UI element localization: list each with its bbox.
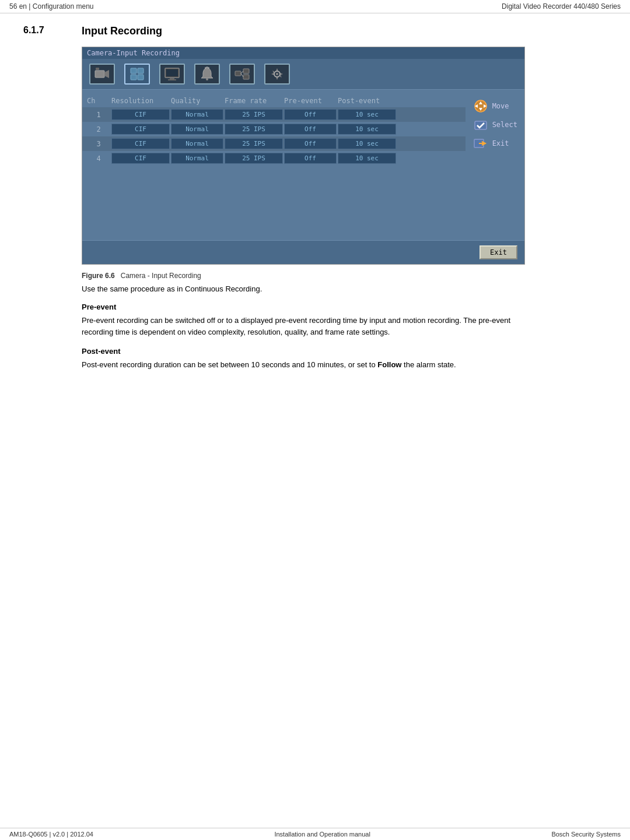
pre-event-heading: Pre-event (82, 303, 607, 311)
cell-quality[interactable]: Normal (171, 138, 223, 149)
header-right: Digital Video Recorder 440/480 Series (502, 2, 621, 10)
exit-side-button[interactable]: Exit (473, 136, 517, 150)
select-icon (473, 118, 489, 132)
svg-rect-10 (168, 79, 176, 80)
camera-input-recording-box: Camera-Input Recording (82, 47, 525, 265)
camera-box-title: Camera-Input Recording (82, 47, 524, 59)
svg-rect-8 (166, 69, 178, 76)
cell-preevent[interactable]: Off (284, 138, 337, 149)
page-header: 56 en | Configuration menu Digital Video… (0, 0, 630, 13)
exit-side-icon (473, 136, 489, 150)
grid-icon-btn[interactable] (124, 64, 150, 85)
col-header-resolution: Resolution (111, 97, 170, 105)
cell-postevent[interactable]: 10 sec (338, 153, 396, 164)
header-left: 56 en | Configuration menu (9, 2, 94, 10)
post-event-bold: Follow (377, 360, 401, 369)
cell-quality[interactable]: Normal (171, 109, 223, 120)
footer-center: Installation and Operation manual (274, 831, 370, 838)
empty-rows (82, 166, 466, 236)
col-header-ch: Ch (87, 97, 110, 105)
monitor-icon-btn[interactable] (159, 64, 185, 85)
cell-framerate[interactable]: 25 IPS (225, 124, 283, 135)
cell-framerate[interactable]: 25 IPS (225, 153, 283, 164)
exit-side-label: Exit (492, 139, 509, 147)
network-icon-btn[interactable] (229, 64, 255, 85)
figure-caption-desc: Camera - Input Recording (121, 272, 201, 280)
side-controls: Move Select (466, 94, 524, 236)
camera-icon-btn[interactable] (89, 64, 115, 85)
cell-resolution[interactable]: CIF (111, 138, 170, 149)
figure-label: Figure 6.6 (82, 272, 115, 280)
svg-rect-2 (96, 68, 99, 70)
box-bottom: Exit (82, 240, 524, 264)
svg-line-17 (241, 71, 243, 73)
cell-preevent[interactable]: Off (284, 109, 337, 120)
svg-rect-4 (138, 68, 144, 73)
svg-rect-5 (131, 75, 136, 80)
cell-postevent[interactable]: 10 sec (338, 124, 396, 135)
cell-ch[interactable]: 4 (87, 154, 110, 163)
table-header: Ch Resolution Quality Frame rate Pre-eve… (82, 94, 466, 107)
cell-preevent[interactable]: Off (284, 153, 337, 164)
table-row[interactable]: 2CIFNormal25 IPSOff10 sec (82, 122, 466, 136)
settings-icon-btn[interactable] (264, 64, 290, 85)
table-row[interactable]: 4CIFNormal25 IPSOff10 sec (82, 151, 466, 166)
data-table: Ch Resolution Quality Frame rate Pre-eve… (82, 94, 466, 236)
cell-resolution[interactable]: CIF (111, 124, 170, 135)
select-label: Select (492, 121, 517, 129)
svg-rect-26 (475, 121, 487, 129)
section-heading: 6.1.7 Input Recording (23, 25, 607, 37)
svg-rect-3 (131, 68, 136, 73)
figure-text: Use the same procedure as in Continuous … (82, 284, 607, 293)
cell-ch[interactable]: 2 (87, 125, 110, 133)
cell-postevent[interactable]: 10 sec (338, 109, 396, 120)
table-area: Ch Resolution Quality Frame rate Pre-eve… (82, 90, 524, 240)
post-event-body-part1: Post-event recording duration can be set… (82, 360, 377, 369)
cell-framerate[interactable]: 25 IPS (225, 138, 283, 149)
svg-rect-6 (138, 75, 144, 80)
svg-rect-15 (243, 69, 249, 73)
col-header-preevent: Pre-event (284, 97, 337, 105)
col-header-framerate: Frame rate (225, 97, 283, 105)
figure-caption-text (117, 272, 118, 280)
move-label: Move (492, 102, 509, 110)
cell-ch[interactable]: 3 (87, 140, 110, 148)
exit-button[interactable]: Exit (480, 245, 517, 259)
cell-resolution[interactable]: CIF (111, 109, 170, 120)
page-footer: AM18-Q0605 | v2.0 | 2012.04 Installation… (0, 828, 630, 840)
svg-rect-16 (243, 75, 249, 79)
footer-right: Bosch Security Systems (551, 831, 621, 838)
cell-framerate[interactable]: 25 IPS (225, 109, 283, 120)
col-header-quality: Quality (171, 97, 223, 105)
move-button[interactable]: Move (473, 99, 517, 113)
cell-preevent[interactable]: Off (284, 124, 337, 135)
icon-toolbar (82, 59, 524, 90)
footer-left: AM18-Q0605 | v2.0 | 2012.04 (9, 831, 93, 838)
post-event-body-part3: the alarm state. (401, 360, 456, 369)
post-event-heading: Post-event (82, 347, 607, 356)
cell-quality[interactable]: Normal (171, 153, 223, 164)
move-icon (473, 99, 489, 113)
table-row[interactable]: 3CIFNormal25 IPSOff10 sec (82, 136, 466, 151)
figure-caption: Figure 6.6 Camera - Input Recording (82, 272, 607, 280)
post-event-body: Post-event recording duration can be set… (82, 359, 525, 371)
svg-rect-0 (95, 71, 104, 78)
svg-line-18 (241, 73, 243, 77)
cell-postevent[interactable]: 10 sec (338, 138, 396, 149)
svg-point-20 (276, 73, 278, 75)
table-rows: 1CIFNormal25 IPSOff10 sec2CIFNormal25 IP… (82, 107, 466, 166)
pre-event-body: Pre-event recording can be switched off … (82, 315, 525, 338)
svg-rect-14 (235, 71, 241, 76)
alert-icon-btn[interactable] (194, 64, 220, 85)
svg-marker-1 (104, 70, 109, 78)
cell-quality[interactable]: Normal (171, 124, 223, 135)
svg-point-11 (206, 78, 208, 80)
cell-resolution[interactable]: CIF (111, 153, 170, 164)
section-title: Input Recording (82, 25, 162, 37)
select-button[interactable]: Select (473, 118, 517, 132)
table-row[interactable]: 1CIFNormal25 IPSOff10 sec (82, 107, 466, 122)
main-content: 6.1.7 Input Recording Camera-Input Recor… (0, 13, 630, 410)
col-header-postevent: Post-event (338, 97, 396, 105)
cell-ch[interactable]: 1 (87, 111, 110, 119)
section-number: 6.1.7 (23, 25, 58, 37)
